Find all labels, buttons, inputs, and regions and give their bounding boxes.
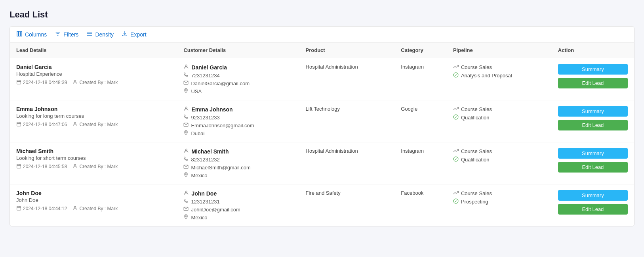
lead-created-by: Created By : Mark [72, 205, 118, 212]
customer-user-icon [183, 64, 189, 71]
user-icon [72, 121, 78, 128]
table-row: John Doe John Doe 2024-12-18 04:44:12 Cr… [10, 184, 634, 226]
lead-subtitle: Hospital Experience [16, 71, 171, 77]
lead-details-cell: Michael Smith Looking for short term cou… [10, 142, 177, 184]
export-icon [122, 31, 128, 38]
email-icon [183, 206, 189, 213]
edit-lead-button[interactable]: Edit Lead [558, 162, 628, 173]
lead-name: Daniel Garcia [16, 64, 171, 70]
svg-rect-0 [17, 31, 18, 36]
edit-lead-button[interactable]: Edit Lead [558, 120, 628, 130]
customer-name: John Doe [183, 190, 293, 197]
edit-lead-button[interactable]: Edit Lead [558, 204, 628, 215]
lead-subtitle: Looking for short term courses [16, 155, 171, 161]
check-circle-icon [453, 156, 459, 163]
action-cell: Summary Edit Lead [552, 100, 634, 142]
svg-rect-1 [19, 31, 20, 36]
lead-name: Emma Johnson [16, 106, 171, 112]
action-cell: Summary Edit Lead [552, 58, 634, 100]
filters-button[interactable]: Filters [55, 31, 78, 38]
pipeline-name: Course Sales [453, 64, 545, 71]
customer-name: Michael Smith [183, 148, 293, 155]
customer-details-cell: Emma Johnson 9231231233 EmmaJohnson@gmai… [177, 100, 299, 142]
lead-date: 2024-12-18 04:45:58 [16, 163, 67, 170]
category-cell: Facebook [394, 184, 447, 226]
lead-created-by: Created By : Mark [72, 163, 118, 170]
check-circle-icon [453, 72, 459, 79]
table-row: Michael Smith Looking for short term cou… [10, 142, 634, 184]
customer-name: Daniel Garcia [183, 64, 293, 71]
pipeline-stage: Qualification [453, 114, 545, 121]
lead-subtitle: Looking for long term courses [16, 113, 171, 119]
customer-email: EmmaJohnson@gmail.com [183, 122, 293, 128]
svg-point-14 [185, 65, 187, 67]
svg-point-13 [74, 80, 76, 82]
summary-button[interactable]: Summary [558, 148, 628, 159]
email-icon [183, 122, 189, 128]
customer-email: DanielGarcia@gmail.com [183, 80, 293, 86]
phone-icon [183, 156, 189, 163]
phone-icon [183, 198, 189, 205]
calendar-icon [16, 121, 21, 128]
check-circle-icon [453, 114, 459, 121]
lead-details-cell: Daniel Garcia Hospital Experience 2024-1… [10, 58, 177, 100]
pipeline-stage: Qualification [453, 156, 545, 163]
phone-icon [183, 114, 189, 121]
customer-location: USA [183, 88, 293, 94]
svg-point-16 [186, 90, 187, 91]
svg-point-43 [186, 216, 187, 217]
check-circle-icon [453, 198, 459, 205]
customer-phone: 8231231232 [183, 156, 293, 163]
location-icon [183, 88, 189, 94]
svg-rect-2 [21, 31, 22, 36]
phone-icon [183, 72, 189, 79]
action-cell: Summary Edit Lead [552, 142, 634, 184]
calendar-icon [16, 205, 21, 212]
svg-point-25 [186, 132, 187, 133]
trend-icon [453, 148, 459, 155]
product-cell: Fire and Safety [299, 184, 395, 226]
pipeline-cell: Course Sales Prospecting [447, 184, 552, 226]
col-header-customer-details: Customer Details [177, 42, 299, 58]
svg-rect-18 [17, 122, 21, 126]
customer-location: Dubai [183, 130, 293, 136]
lead-name: Michael Smith [16, 148, 171, 154]
export-button[interactable]: Export [122, 31, 146, 38]
customer-email: JohnDoe@gmail.com [183, 206, 293, 213]
svg-rect-9 [17, 80, 21, 84]
summary-button[interactable]: Summary [558, 64, 628, 75]
customer-details-cell: John Doe 1231231231 JohnDoe@gmail.com [177, 184, 299, 226]
lead-created-by: Created By : Mark [72, 79, 118, 86]
svg-point-40 [74, 206, 76, 208]
location-icon [183, 130, 189, 136]
trend-icon [453, 64, 459, 71]
columns-button[interactable]: Columns [16, 31, 47, 38]
email-icon [183, 164, 189, 171]
product-cell: Hospital Administration [299, 142, 395, 184]
location-icon [183, 172, 189, 178]
user-icon [72, 79, 78, 86]
density-icon [86, 31, 93, 38]
svg-rect-36 [17, 206, 21, 210]
summary-button[interactable]: Summary [558, 106, 628, 117]
location-icon [183, 214, 189, 221]
columns-icon [16, 31, 23, 38]
customer-location: Mexico [183, 214, 293, 221]
svg-point-41 [185, 191, 187, 193]
lead-date: 2024-12-18 04:48:39 [16, 79, 67, 86]
pipeline-name: Course Sales [453, 190, 545, 197]
svg-rect-27 [17, 164, 21, 168]
col-header-action: Action [552, 42, 634, 58]
lead-details-cell: John Doe John Doe 2024-12-18 04:44:12 Cr… [10, 184, 177, 226]
filters-icon [55, 31, 61, 38]
lead-subtitle: John Doe [16, 197, 171, 203]
edit-lead-button[interactable]: Edit Lead [558, 78, 628, 88]
customer-user-icon [183, 190, 189, 197]
pipeline-name: Course Sales [453, 148, 545, 155]
category-cell: Instagram [394, 142, 447, 184]
density-button[interactable]: Density [86, 31, 114, 38]
col-header-pipeline: Pipeline [447, 42, 552, 58]
summary-button[interactable]: Summary [558, 190, 628, 201]
action-cell: Summary Edit Lead [552, 184, 634, 226]
trend-icon [453, 106, 459, 113]
